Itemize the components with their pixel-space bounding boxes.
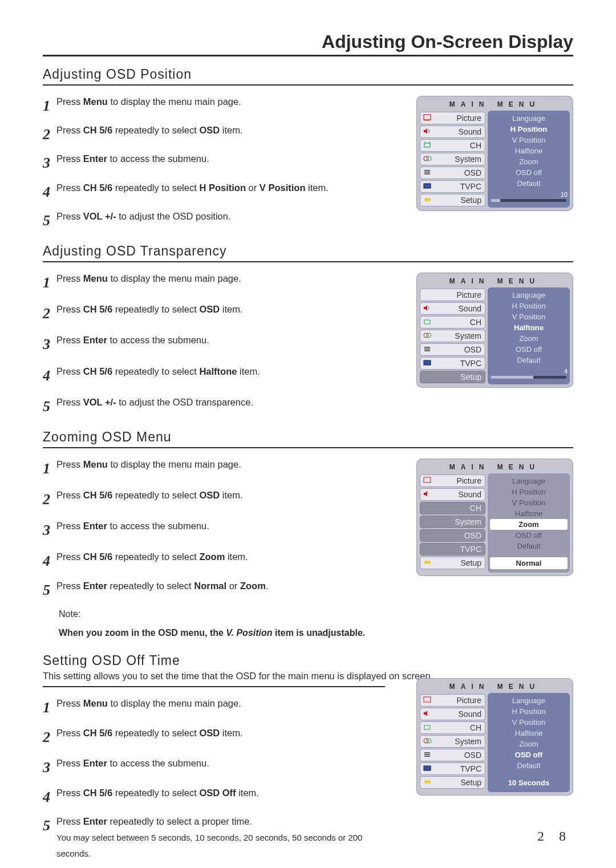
- step-text: Press Menu to display the menu main page…: [56, 94, 376, 109]
- osd-mi-label: Picture: [456, 290, 481, 299]
- setup-icon: [423, 196, 433, 204]
- osd-mi-label: System: [455, 737, 481, 746]
- step-number: 2: [43, 725, 56, 750]
- step-text: Press Menu to display the menu main page…: [56, 270, 376, 286]
- step-text: Press CH 5/6 repeatedly to select OSD it…: [56, 122, 376, 138]
- osd-main-menu: Picture Sound CH System OSD TVPC Setup: [420, 287, 485, 384]
- osd-card-4: MAIN MENU Picture Sound CH System OSD TV…: [416, 678, 573, 796]
- osd-sub-item: OSD off: [490, 167, 568, 178]
- osd-main-menu: Picture Sound CH System OSD TVPC Setup: [420, 473, 485, 573]
- step-text: Press Enter to access the submenu.: [56, 518, 376, 534]
- step-text: Press Enter to access the submenu.: [56, 755, 376, 771]
- section-rule: [43, 686, 385, 687]
- osd-mi-label: TVPC: [460, 359, 481, 368]
- system-icon: [423, 332, 433, 340]
- step-text: Press Menu to display the menu main page…: [56, 456, 376, 472]
- osd-mi-label: Setup: [460, 196, 481, 205]
- step-text: Press VOL +/- to adjust the OSD position…: [56, 208, 376, 224]
- osd-mi-label: Picture: [456, 476, 481, 485]
- osd-header: MAIN MENU: [420, 462, 570, 473]
- sound-icon: [423, 128, 433, 136]
- osd-mi-label: System: [455, 331, 481, 340]
- osd-sub-item-selected: OSD off: [490, 749, 568, 760]
- osd-card-3: MAIN MENU Picture Sound CH System OSD TV…: [416, 459, 573, 576]
- osd-mi-label: Picture: [456, 113, 481, 123]
- system-icon: [423, 155, 433, 163]
- osd-sub-item: Halftone: [490, 508, 568, 519]
- osd-submenu: Language H Position V Position Halftone …: [488, 111, 570, 208]
- svg-point-13: [427, 198, 431, 201]
- osd-mi-label: CH: [470, 723, 481, 732]
- osd-card-1: MAIN MENU Picture Sound CH System OSD TV…: [416, 96, 573, 211]
- svg-rect-15: [424, 320, 430, 324]
- osd-value: 10: [561, 191, 568, 198]
- sound-icon: [423, 305, 433, 313]
- svg-rect-11: [424, 184, 431, 188]
- setup-icon: [423, 778, 433, 786]
- step-number: 5: [43, 208, 56, 233]
- osd-sub-item: Language: [490, 113, 568, 124]
- osd-submenu: Language H Position V Position Halftone …: [488, 287, 570, 384]
- step-number: 5: [43, 394, 56, 419]
- setup-icon: [423, 373, 433, 381]
- osd-icon: [423, 532, 433, 540]
- svg-marker-14: [424, 305, 427, 311]
- osd-mi-label: Setup: [460, 558, 481, 567]
- osd-sub-item: V Position: [490, 311, 568, 322]
- osd-sub-item: Default: [490, 355, 568, 366]
- sound-icon: [423, 490, 433, 498]
- title-rule: [43, 55, 573, 56]
- osd-zoom-value: Normal: [490, 557, 568, 569]
- step-text: Press CH 5/6 repeatedly to select OSD it…: [56, 487, 376, 503]
- ch-icon: [423, 318, 433, 326]
- step-number: 2: [43, 487, 56, 512]
- osd-sub-item: Language: [490, 695, 568, 706]
- step-number: 2: [43, 301, 56, 326]
- picture-icon: [423, 696, 433, 704]
- osd-sub-item: V Position: [490, 135, 568, 145]
- section-title-transparency: Adjusting OSD Transparency: [43, 244, 573, 259]
- step-text: Press Enter repeatedly to select a prope…: [56, 813, 376, 861]
- step-number: 4: [43, 549, 56, 574]
- svg-rect-26: [424, 697, 431, 702]
- tvpc-icon: [423, 359, 433, 367]
- step-number: 4: [43, 363, 56, 388]
- osd-mi-label: CH: [470, 504, 481, 513]
- section-intro: This setting allows you to set the time …: [43, 671, 465, 682]
- step-text: Press CH 5/6 repeatedly to select Zoom i…: [56, 549, 376, 565]
- osd-mi-label: OSD: [464, 531, 481, 540]
- note-text: When you zoom in the OSD menu, the V. Po…: [43, 625, 385, 640]
- svg-rect-0: [424, 115, 431, 120]
- osd-value: 4: [564, 368, 568, 375]
- step-number: 4: [43, 180, 56, 205]
- osd-mi-label: Picture: [456, 696, 481, 705]
- osd-sub-item-selected: Halftone: [490, 322, 568, 333]
- osd-sub-item: Language: [490, 476, 568, 486]
- svg-marker-27: [424, 711, 427, 716]
- step-text: Press CH 5/6 repeatedly to select OSD Of…: [56, 785, 376, 801]
- osd-value-bar: [491, 199, 500, 202]
- step-number: 3: [43, 518, 56, 543]
- osd-mi-label: OSD: [464, 168, 481, 177]
- osd-sub-item: Zoom: [490, 333, 568, 344]
- osd-sub-item: OSD off: [490, 344, 568, 355]
- ch-icon: [423, 724, 433, 732]
- ch-icon: [423, 504, 433, 512]
- svg-rect-28: [424, 725, 430, 729]
- osd-sub-item: Zoom: [490, 156, 568, 167]
- section-rule: [43, 84, 573, 86]
- section-rule: [43, 447, 573, 448]
- osd-sub-item: Language: [490, 290, 568, 301]
- svg-marker-2: [424, 128, 427, 134]
- osd-mi-label: CH: [470, 141, 481, 150]
- osd-card-2: MAIN MENU Picture Sound CH System OSD TV…: [416, 273, 573, 388]
- step-text: Press CH 5/6 repeatedly to select OSD it…: [56, 301, 376, 317]
- step-text: Press Enter repeatedly to select Normal …: [56, 578, 376, 594]
- osd-mi-label: Sound: [459, 127, 481, 136]
- svg-point-17: [427, 333, 431, 338]
- osd-sub-item: Default: [490, 541, 568, 551]
- section-title-offtime: Setting OSD Off Time: [43, 653, 573, 668]
- osd-mi-label: Setup: [460, 778, 481, 787]
- tvpc-icon: [423, 182, 433, 190]
- step-number: 1: [43, 695, 56, 720]
